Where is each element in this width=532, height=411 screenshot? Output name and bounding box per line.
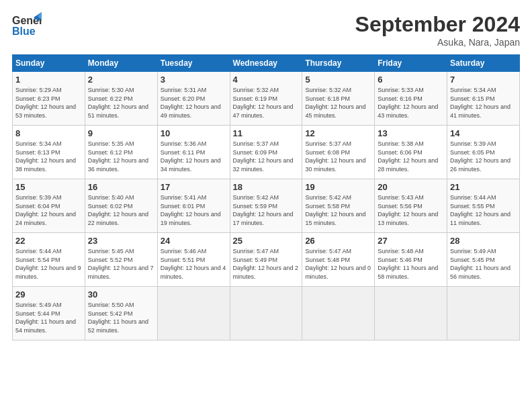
cell-13: 13Sunrise: 5:38 AMSunset: 6:06 PMDayligh… <box>375 126 447 179</box>
cell-16: 16Sunrise: 5:40 AMSunset: 6:02 PMDayligh… <box>85 179 157 233</box>
col-saturday: Saturday <box>447 55 520 72</box>
page: General Blue September 2024 Asuka, Nara,… <box>0 0 532 411</box>
col-tuesday: Tuesday <box>157 55 230 72</box>
logo-icon: General Blue <box>12 12 42 39</box>
cell-22: 22Sunrise: 5:44 AMSunset: 5:54 PMDayligh… <box>13 233 85 287</box>
cell-3: 3Sunrise: 5:31 AMSunset: 6:20 PMDaylight… <box>157 72 230 126</box>
logo: General Blue <box>12 12 42 39</box>
cell-7: 7Sunrise: 5:34 AMSunset: 6:15 PMDaylight… <box>447 72 520 126</box>
cell-15: 15Sunrise: 5:39 AMSunset: 6:04 PMDayligh… <box>13 179 85 233</box>
header: General Blue September 2024 Asuka, Nara,… <box>12 12 520 48</box>
cell-18: 18Sunrise: 5:42 AMSunset: 5:59 PMDayligh… <box>230 179 302 233</box>
week-row-3: 22Sunrise: 5:44 AMSunset: 5:54 PMDayligh… <box>13 233 520 287</box>
cell-empty <box>157 287 230 340</box>
col-wednesday: Wednesday <box>230 55 302 72</box>
cell-27: 27Sunrise: 5:48 AMSunset: 5:46 PMDayligh… <box>375 233 447 287</box>
cell-14: 14Sunrise: 5:39 AMSunset: 6:05 PMDayligh… <box>447 126 520 179</box>
cell-9: 9Sunrise: 5:35 AMSunset: 6:12 PMDaylight… <box>85 126 157 179</box>
header-row: Sunday Monday Tuesday Wednesday Thursday… <box>13 55 520 72</box>
cell-10: 10Sunrise: 5:36 AMSunset: 6:11 PMDayligh… <box>157 126 230 179</box>
cell-24: 24Sunrise: 5:46 AMSunset: 5:51 PMDayligh… <box>157 233 230 287</box>
month-title: September 2024 <box>355 12 520 37</box>
week-row-0: 1Sunrise: 5:29 AMSunset: 6:23 PMDaylight… <box>13 72 520 126</box>
cell-17: 17Sunrise: 5:41 AMSunset: 6:01 PMDayligh… <box>157 179 230 233</box>
col-thursday: Thursday <box>302 55 375 72</box>
cell-25: 25Sunrise: 5:47 AMSunset: 5:49 PMDayligh… <box>230 233 302 287</box>
cell-1: 1Sunrise: 5:29 AMSunset: 6:23 PMDaylight… <box>13 72 85 126</box>
week-row-4: 29Sunrise: 5:49 AMSunset: 5:44 PMDayligh… <box>13 287 520 340</box>
cell-11: 11Sunrise: 5:37 AMSunset: 6:09 PMDayligh… <box>230 126 302 179</box>
cell-29: 29Sunrise: 5:49 AMSunset: 5:44 PMDayligh… <box>13 287 85 340</box>
week-row-1: 8Sunrise: 5:34 AMSunset: 6:13 PMDaylight… <box>13 126 520 179</box>
cell-empty <box>230 287 302 340</box>
cell-8: 8Sunrise: 5:34 AMSunset: 6:13 PMDaylight… <box>13 126 85 179</box>
cell-empty <box>375 287 447 340</box>
cell-5: 5Sunrise: 5:32 AMSunset: 6:18 PMDaylight… <box>302 72 375 126</box>
location: Asuka, Nara, Japan <box>355 37 520 48</box>
cell-2: 2Sunrise: 5:30 AMSunset: 6:22 PMDaylight… <box>85 72 157 126</box>
title-block: September 2024 Asuka, Nara, Japan <box>355 12 520 48</box>
svg-text:Blue: Blue <box>12 26 36 37</box>
cell-28: 28Sunrise: 5:49 AMSunset: 5:45 PMDayligh… <box>447 233 520 287</box>
week-row-2: 15Sunrise: 5:39 AMSunset: 6:04 PMDayligh… <box>13 179 520 233</box>
cell-20: 20Sunrise: 5:43 AMSunset: 5:56 PMDayligh… <box>375 179 447 233</box>
cell-empty <box>447 287 520 340</box>
cell-26: 26Sunrise: 5:47 AMSunset: 5:48 PMDayligh… <box>302 233 375 287</box>
col-sunday: Sunday <box>13 55 85 72</box>
cell-23: 23Sunrise: 5:45 AMSunset: 5:52 PMDayligh… <box>85 233 157 287</box>
calendar-table: Sunday Monday Tuesday Wednesday Thursday… <box>12 54 520 340</box>
cell-4: 4Sunrise: 5:32 AMSunset: 6:19 PMDaylight… <box>230 72 302 126</box>
cell-21: 21Sunrise: 5:44 AMSunset: 5:55 PMDayligh… <box>447 179 520 233</box>
cell-19: 19Sunrise: 5:42 AMSunset: 5:58 PMDayligh… <box>302 179 375 233</box>
cell-30: 30Sunrise: 5:50 AMSunset: 5:42 PMDayligh… <box>85 287 157 340</box>
col-monday: Monday <box>85 55 157 72</box>
cell-12: 12Sunrise: 5:37 AMSunset: 6:08 PMDayligh… <box>302 126 375 179</box>
cell-empty <box>302 287 375 340</box>
cell-6: 6Sunrise: 5:33 AMSunset: 6:16 PMDaylight… <box>375 72 447 126</box>
col-friday: Friday <box>375 55 447 72</box>
